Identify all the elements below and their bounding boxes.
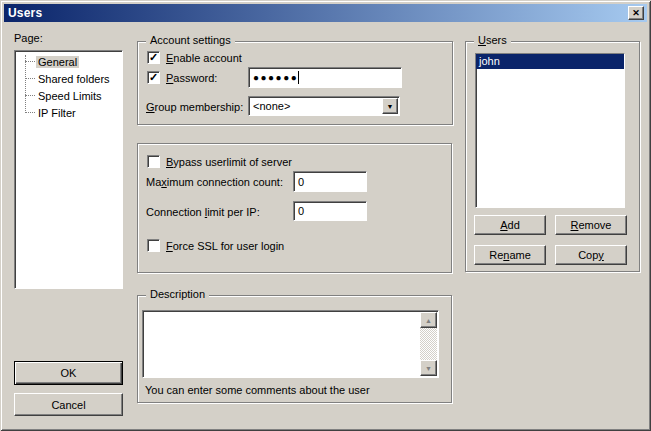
window-title: Users bbox=[8, 6, 42, 20]
enable-account-checkbox[interactable]: ✓ bbox=[147, 51, 160, 64]
password-label[interactable]: Password: bbox=[166, 72, 217, 84]
connection-limit-per-ip-label: Connection limit per IP: bbox=[146, 206, 260, 218]
close-icon: ✕ bbox=[632, 9, 640, 18]
page-label: Page: bbox=[14, 32, 43, 44]
connection-limit-per-ip-input[interactable]: 0 bbox=[293, 201, 367, 221]
bypass-userlimit-checkbox[interactable] bbox=[147, 155, 160, 168]
scroll-down-icon: ▼ bbox=[425, 365, 432, 372]
enable-account-label[interactable]: Enable account bbox=[166, 52, 242, 64]
cancel-button[interactable]: Cancel bbox=[14, 393, 123, 416]
list-item-john[interactable]: john bbox=[476, 54, 624, 69]
password-checkbox[interactable]: ✓ bbox=[147, 71, 160, 84]
max-connection-count-input[interactable]: 0 bbox=[293, 171, 367, 192]
check-icon: ✓ bbox=[149, 72, 158, 83]
description-hint: You can enter some comments about the us… bbox=[145, 384, 370, 396]
max-connection-count-label: Maximum connection count: bbox=[146, 176, 283, 188]
force-ssl-checkbox[interactable] bbox=[147, 239, 160, 252]
force-ssl-label[interactable]: Force SSL for user login bbox=[166, 240, 284, 252]
check-icon: ✓ bbox=[149, 52, 158, 63]
tree-item-ip-filter[interactable]: IP Filter bbox=[15, 104, 122, 121]
text-caret bbox=[298, 71, 299, 84]
group-membership-select[interactable]: <none> ▼ bbox=[248, 96, 400, 116]
password-input[interactable]: ●●●●●● bbox=[248, 67, 402, 88]
description-title: Description bbox=[146, 288, 209, 300]
scroll-up-icon: ▲ bbox=[425, 317, 432, 324]
copy-user-button[interactable]: Copy bbox=[555, 245, 627, 265]
close-button[interactable]: ✕ bbox=[628, 6, 644, 20]
page-tree[interactable]: General Shared folders Speed Limits IP F… bbox=[14, 50, 123, 289]
titlebar[interactable]: Users ✕ bbox=[4, 4, 647, 22]
scroll-down-button[interactable]: ▼ bbox=[420, 360, 437, 376]
users-list[interactable]: john bbox=[475, 53, 625, 208]
users-dialog: Users ✕ Page: General Shared folders Spe… bbox=[0, 0, 651, 431]
remove-user-button[interactable]: Remove bbox=[555, 215, 627, 235]
bypass-userlimit-label[interactable]: Bypass userlimit of server bbox=[166, 156, 292, 168]
dropdown-button[interactable]: ▼ bbox=[382, 98, 398, 114]
scroll-up-button[interactable]: ▲ bbox=[420, 312, 437, 328]
description-textarea[interactable]: ▲ ▼ bbox=[142, 310, 439, 378]
rename-user-button[interactable]: Rename bbox=[474, 245, 546, 265]
ok-button[interactable]: OK bbox=[14, 361, 123, 385]
tree-item-shared-folders[interactable]: Shared folders bbox=[15, 70, 122, 87]
add-user-button[interactable]: Add bbox=[474, 215, 546, 235]
group-membership-label: Group membership: bbox=[146, 101, 243, 113]
chevron-down-icon: ▼ bbox=[387, 103, 394, 110]
users-group-title: Users bbox=[474, 34, 511, 46]
tree-item-general[interactable]: General bbox=[15, 53, 122, 70]
account-settings-title: Account settings bbox=[146, 34, 235, 46]
tree-item-speed-limits[interactable]: Speed Limits bbox=[15, 87, 122, 104]
description-scrollbar[interactable]: ▲ ▼ bbox=[420, 312, 437, 376]
